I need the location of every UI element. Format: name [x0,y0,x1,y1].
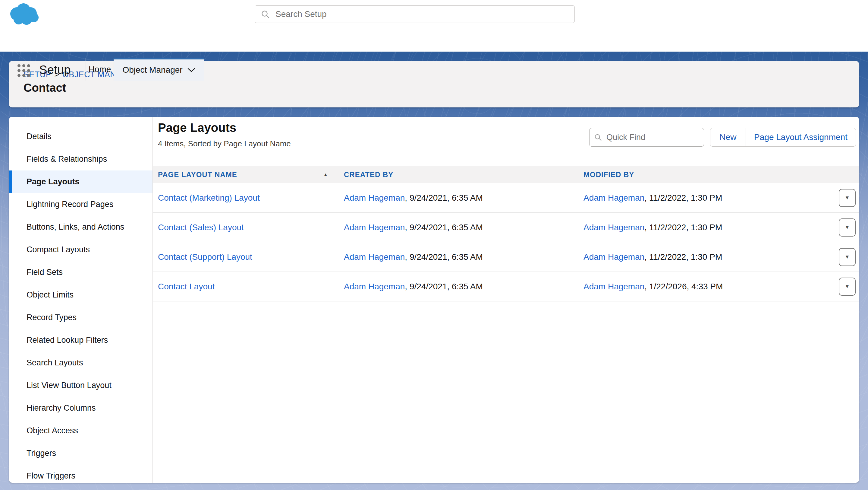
created-by-link[interactable]: Adam Hageman [344,282,405,291]
object-title: Contact [24,82,66,94]
new-button[interactable]: New [710,128,746,146]
sidebar-item-related-lookup-filters[interactable]: Related Lookup Filters [9,329,153,351]
sidebar-item-hierarchy-columns[interactable]: Hierarchy Columns [9,397,153,420]
tab-object-manager[interactable]: Object Manager [114,58,204,81]
modified-date: , 11/2/2022, 1:30 PM [644,252,722,262]
table-row: Contact (Marketing) Layout Adam Hageman,… [153,183,859,213]
modified-by-link[interactable]: Adam Hageman [584,252,644,262]
table-row: Contact Layout Adam Hageman, 9/24/2021, … [153,272,859,301]
table-header-row: PAGE LAYOUT NAME ▲ CREATED BY MODIFIED B… [153,166,859,183]
page-title: Page Layouts [158,121,236,135]
table-row: Contact (Support) Layout Adam Hageman, 9… [153,242,859,272]
row-actions-dropdown-button[interactable]: ▼ [839,219,856,236]
layout-name-link[interactable]: Contact Layout [158,282,215,291]
page-layout-assignment-button[interactable]: Page Layout Assignment [746,128,856,146]
created-by-link[interactable]: Adam Hageman [344,252,405,262]
row-actions-dropdown-button[interactable]: ▼ [839,189,856,207]
object-sidebar: Details Fields & Relationships Page Layo… [9,117,153,483]
page-layouts-panel: Page Layouts 4 Items, Sorted by Page Lay… [153,117,859,483]
created-by-link[interactable]: Adam Hageman [344,223,405,232]
sidebar-item-details[interactable]: Details [9,125,153,148]
column-header-created-by[interactable]: CREATED BY [339,171,579,179]
sidebar-item-compact-layouts[interactable]: Compact Layouts [9,238,153,261]
row-actions-dropdown-button[interactable]: ▼ [839,278,856,296]
layout-name-link[interactable]: Contact (Marketing) Layout [158,193,260,202]
salesforce-cloud-logo [8,2,41,27]
created-date: , 9/24/2021, 6:35 AM [405,282,483,291]
search-icon [594,134,601,141]
sidebar-item-lightning-record-pages[interactable]: Lightning Record Pages [9,193,153,216]
created-date: , 9/24/2021, 6:35 AM [405,252,483,262]
created-date: , 9/24/2021, 6:35 AM [405,193,483,202]
search-icon [261,10,270,19]
object-manager-card: Details Fields & Relationships Page Layo… [9,117,859,483]
sidebar-item-fields-relationships[interactable]: Fields & Relationships [9,148,153,171]
modified-by-link[interactable]: Adam Hageman [584,193,644,202]
layout-name-link[interactable]: Contact (Sales) Layout [158,223,244,232]
setup-page: ★ ▾ ? [0,0,868,490]
column-header-label: PAGE LAYOUT NAME [158,171,237,179]
layout-name-link[interactable]: Contact (Support) Layout [158,252,252,262]
tab-home[interactable]: Home [86,58,114,81]
app-launcher-waffle-icon[interactable] [18,64,31,77]
modified-date: , 1/22/2026, 4:33 PM [644,282,723,291]
sidebar-item-page-layouts[interactable]: Page Layouts [9,171,153,193]
column-header-page-layout-name[interactable]: PAGE LAYOUT NAME ▲ [153,171,339,179]
sidebar-item-object-access[interactable]: Object Access [9,420,153,442]
sidebar-item-list-view-button-layout[interactable]: List View Button Layout [9,374,153,397]
search-input[interactable] [275,9,557,19]
sidebar-item-flow-triggers[interactable]: Flow Triggers [9,465,153,483]
global-search [255,5,575,23]
quick-find-input[interactable] [606,133,688,142]
modified-by-link[interactable]: Adam Hageman [584,223,644,232]
sidebar-item-object-limits[interactable]: Object Limits [9,284,153,306]
created-by-link[interactable]: Adam Hageman [344,193,405,202]
setup-tab-bar: Setup Home Object Manager [0,29,868,52]
chevron-down-icon [187,67,195,73]
sort-ascending-icon: ▲ [323,172,328,177]
modified-by-link[interactable]: Adam Hageman [584,282,644,291]
created-date: , 9/24/2021, 6:35 AM [405,223,483,232]
sidebar-item-record-types[interactable]: Record Types [9,306,153,329]
tab-object-manager-label: Object Manager [122,65,182,75]
modified-date: , 11/2/2022, 1:30 PM [644,223,722,232]
quick-find-box [589,128,704,147]
app-name-label: Setup [39,59,71,81]
page-layouts-table: PAGE LAYOUT NAME ▲ CREATED BY MODIFIED B… [153,166,859,301]
column-header-modified-by[interactable]: MODIFIED BY [579,171,829,179]
sidebar-item-search-layouts[interactable]: Search Layouts [9,351,153,374]
list-summary: 4 Items, Sorted by Page Layout Name [158,139,291,148]
modified-date: , 11/2/2022, 1:30 PM [644,193,722,202]
global-header: ★ ▾ ? [0,0,868,29]
sidebar-item-buttons-links-actions[interactable]: Buttons, Links, and Actions [9,216,153,238]
row-actions-dropdown-button[interactable]: ▼ [839,248,856,266]
list-actions-button-group: New Page Layout Assignment [710,128,856,147]
table-row: Contact (Sales) Layout Adam Hageman, 9/2… [153,213,859,242]
sidebar-item-triggers[interactable]: Triggers [9,442,153,465]
sidebar-item-field-sets[interactable]: Field Sets [9,261,153,284]
